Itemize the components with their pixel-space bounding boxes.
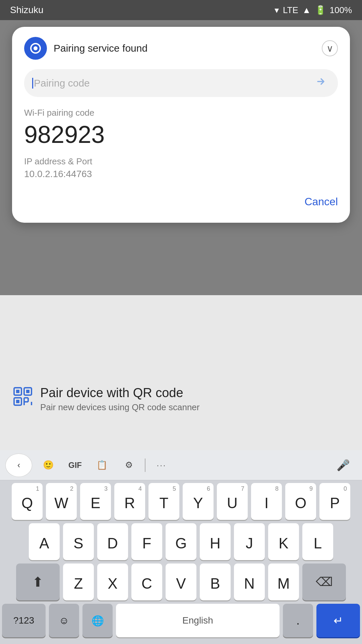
key-j[interactable]: J bbox=[234, 523, 265, 560]
status-bar: Shizuku ▾ LTE ▲ 🔋 100% bbox=[0, 0, 362, 20]
wifi-icon: ▾ bbox=[275, 5, 279, 15]
svg-rect-5 bbox=[16, 400, 19, 403]
pairing-code-input-row[interactable] bbox=[24, 69, 338, 97]
emoji-icon: 🙂 bbox=[43, 460, 54, 470]
send-button[interactable] bbox=[312, 75, 330, 91]
key-k[interactable]: K bbox=[268, 523, 299, 560]
key-o[interactable]: 9 O bbox=[285, 483, 316, 520]
svg-point-12 bbox=[34, 46, 38, 50]
gear-icon: ⚙ bbox=[125, 460, 133, 470]
symbols-label: ?123 bbox=[13, 615, 34, 626]
key-z[interactable]: Z bbox=[63, 564, 94, 600]
backspace-icon: ⌫ bbox=[316, 575, 333, 589]
back-arrow-icon: ‹ bbox=[17, 460, 20, 470]
qr-text-block: Pair device with QR code Pair new device… bbox=[40, 386, 199, 413]
qr-icon bbox=[13, 387, 32, 409]
backspace-key[interactable]: ⌫ bbox=[302, 564, 346, 600]
key-q[interactable]: 1 Q bbox=[12, 483, 43, 520]
key-row-3: ⬆ Z X C V B N M ⌫ bbox=[2, 564, 360, 600]
clipboard-icon: 📋 bbox=[97, 460, 107, 470]
key-c[interactable]: C bbox=[131, 564, 162, 600]
space-label: English bbox=[182, 615, 213, 626]
key-n[interactable]: N bbox=[234, 564, 265, 600]
toolbar-gif-button[interactable]: GIF bbox=[62, 453, 88, 477]
signal-bars-icon: ▲ bbox=[302, 5, 311, 15]
key-l[interactable]: L bbox=[302, 523, 333, 560]
enter-key[interactable]: ↵ bbox=[316, 604, 360, 637]
key-u[interactable]: 7 U bbox=[217, 483, 248, 520]
key-y[interactable]: 6 Y bbox=[183, 483, 214, 520]
key-row-2: A S D F G H J K L bbox=[2, 523, 360, 560]
key-row-1: 1 Q 2 W 3 E 4 R 5 T 6 Y bbox=[2, 483, 360, 520]
qr-pair-title: Pair device with QR code bbox=[40, 386, 199, 400]
dialog-header-left: Pairing service found bbox=[24, 37, 147, 60]
key-g[interactable]: G bbox=[166, 523, 196, 560]
key-w[interactable]: 2 W bbox=[46, 483, 77, 520]
svg-rect-3 bbox=[26, 390, 29, 393]
toolbar-clipboard-button[interactable]: 📋 bbox=[88, 453, 115, 477]
qr-pair-subtitle: Pair new devices using QR code scanner bbox=[40, 402, 199, 413]
signal-label: LTE bbox=[283, 5, 298, 15]
period-key[interactable]: . bbox=[283, 604, 313, 637]
space-key[interactable]: English bbox=[116, 604, 280, 637]
wifi-pairing-label: Wi-Fi pairing code bbox=[24, 108, 338, 118]
language-key[interactable]: 🌐 bbox=[82, 604, 113, 637]
enter-icon: ↵ bbox=[334, 614, 343, 627]
key-x[interactable]: X bbox=[97, 564, 128, 600]
cancel-button[interactable]: Cancel bbox=[304, 193, 338, 211]
more-icon: ··· bbox=[157, 461, 166, 470]
dialog-title: Pairing service found bbox=[54, 43, 147, 54]
key-s[interactable]: S bbox=[63, 523, 94, 560]
symbols-key[interactable]: ?123 bbox=[2, 604, 46, 637]
key-p[interactable]: 0 P bbox=[319, 483, 350, 520]
key-v[interactable]: V bbox=[166, 564, 196, 600]
key-a[interactable]: A bbox=[29, 523, 60, 560]
key-e[interactable]: 3 E bbox=[80, 483, 111, 520]
key-t[interactable]: 5 T bbox=[148, 483, 179, 520]
ip-address-value: 10.0.2.16:44763 bbox=[24, 169, 338, 179]
microphone-icon: 🎤 bbox=[337, 459, 350, 472]
key-i[interactable]: 8 I bbox=[251, 483, 282, 520]
key-d[interactable]: D bbox=[97, 523, 128, 560]
pairing-dialog: Pairing service found ∨ Wi-Fi pairing co… bbox=[12, 27, 350, 223]
globe-icon: 🌐 bbox=[92, 615, 104, 627]
keyboard-toolbar: ‹ 🙂 GIF 📋 ⚙ ··· 🎤 bbox=[0, 450, 362, 480]
smiley-icon: ☺ bbox=[59, 615, 69, 626]
key-b[interactable]: B bbox=[200, 564, 231, 600]
toolbar-emoji-button[interactable]: 🙂 bbox=[35, 453, 62, 477]
app-name: Shizuku bbox=[10, 5, 44, 15]
dialog-header: Pairing service found ∨ bbox=[24, 37, 338, 60]
text-cursor bbox=[32, 78, 33, 89]
key-row-4: ?123 ☺ 🌐 English . ↵ bbox=[2, 604, 360, 637]
status-icons: ▾ LTE ▲ 🔋 100% bbox=[275, 5, 352, 15]
pairing-code-value: 982923 bbox=[24, 121, 338, 148]
ip-address-label: IP address & Port bbox=[24, 156, 338, 167]
chevron-down-icon: ∨ bbox=[326, 43, 334, 54]
pairing-code-input[interactable] bbox=[34, 77, 312, 89]
battery-icon: 🔋 bbox=[315, 5, 326, 15]
key-m[interactable]: M bbox=[268, 564, 299, 600]
svg-rect-1 bbox=[16, 390, 19, 393]
keyboard-keys: 1 Q 2 W 3 E 4 R 5 T 6 Y bbox=[0, 480, 362, 644]
toolbar-more-button[interactable]: ··· bbox=[148, 453, 175, 477]
battery-percent: 100% bbox=[330, 5, 352, 15]
keyboard: ‹ 🙂 GIF 📋 ⚙ ··· 🎤 1 Q 2 W bbox=[0, 450, 362, 644]
app-icon bbox=[24, 37, 47, 60]
keyboard-back-button[interactable]: ‹ bbox=[5, 453, 32, 477]
toolbar-divider bbox=[145, 459, 145, 472]
key-h[interactable]: H bbox=[200, 523, 231, 560]
collapse-button[interactable]: ∨ bbox=[322, 40, 338, 56]
qr-pair-section: Pair device with QR code Pair new device… bbox=[0, 376, 362, 423]
shift-icon: ⬆ bbox=[32, 574, 44, 590]
key-r[interactable]: 4 R bbox=[114, 483, 145, 520]
key-f[interactable]: F bbox=[131, 523, 162, 560]
emoji-key[interactable]: ☺ bbox=[49, 604, 79, 637]
period-label: . bbox=[296, 613, 300, 628]
dialog-footer: Cancel bbox=[24, 193, 338, 211]
toolbar-settings-button[interactable]: ⚙ bbox=[115, 453, 142, 477]
shift-key[interactable]: ⬆ bbox=[16, 564, 60, 600]
toolbar-mic-button[interactable]: 🎤 bbox=[330, 453, 357, 477]
